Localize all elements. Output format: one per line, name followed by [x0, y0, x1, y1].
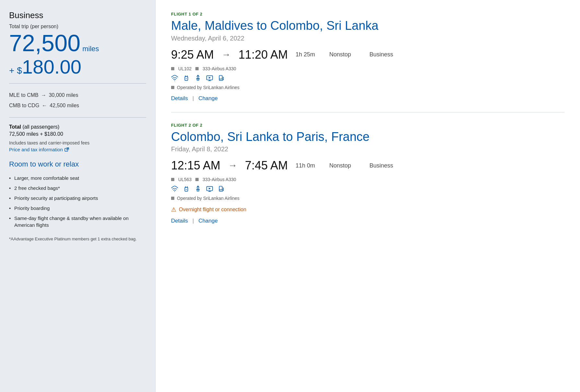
- arrow-left-2: ←: [42, 100, 47, 111]
- per-person-label: Total trip (per person): [9, 24, 146, 29]
- flight-1-amenities: [171, 75, 564, 82]
- includes-label: Includes taxes and carrier-imposed fees: [9, 140, 146, 145]
- flight-2-operated: Operated by SriLankan Airlines: [177, 196, 239, 201]
- flight-1-stops: Nonstop: [329, 51, 362, 58]
- power-icon-2: [183, 185, 190, 192]
- cash-amount: + $180.00: [9, 57, 81, 77]
- footnote: *AAdvantage Executive Platinum members g…: [9, 236, 146, 242]
- flight-2-label: FLIGHT 2 OF 2: [171, 123, 564, 128]
- benefit-3: Priority security at participating airpo…: [9, 193, 146, 203]
- screen-icon: [206, 75, 213, 82]
- flight-1-arrow: →: [222, 50, 231, 60]
- right-panel: FLIGHT 1 OF 2 Male, Maldives to Colombo,…: [156, 0, 580, 392]
- flight-1-info-row: UL102 333-Airbus A330: [171, 66, 564, 71]
- flight-2-details-link[interactable]: Details: [171, 218, 188, 224]
- svg-rect-32: [219, 186, 222, 190]
- flight-1-actions: Details | Change: [171, 95, 564, 102]
- room-title: Room to work or relax: [9, 160, 146, 168]
- total-bold: Total: [9, 124, 21, 130]
- flight-2-sep: |: [192, 218, 194, 224]
- flight-2-operated-row: Operated by SriLankan Airlines: [171, 196, 564, 201]
- benefit-5: Same-day flight change & standby when av…: [9, 213, 146, 230]
- flight-2-info-row: UL563 333-Airbus A330: [171, 177, 564, 182]
- wifi-icon: [171, 75, 178, 82]
- route-2-label: CMB to CDG: [9, 100, 39, 111]
- usb-icon-2: [194, 185, 202, 192]
- miles-amount: 72,500: [9, 31, 80, 55]
- svg-marker-31: [209, 188, 211, 190]
- miles-row: 72,500 miles: [9, 31, 146, 55]
- flight-1-label: FLIGHT 1 OF 2: [171, 12, 564, 17]
- flight-1-aircraft: 333-Airbus A330: [203, 66, 236, 71]
- divider-1: [9, 83, 146, 84]
- flight-2-depart: 12:15 AM: [171, 159, 220, 172]
- cash-value: 180.00: [22, 56, 82, 78]
- total-suffix: (all passengers): [22, 124, 59, 130]
- flight-1-sep: |: [192, 95, 194, 102]
- seat-icon: [218, 75, 225, 82]
- flight-1-details-link[interactable]: Details: [171, 95, 188, 102]
- benefit-4: Priority boarding: [9, 203, 146, 213]
- wifi-icon-2: [171, 185, 178, 192]
- svg-marker-14: [209, 77, 211, 79]
- flight-2-cabin: Business: [369, 162, 393, 169]
- overnight-warning: ⚠ Overnight flight or connection: [171, 206, 564, 213]
- left-panel: Business Total trip (per person) 72,500 …: [0, 0, 156, 392]
- warning-icon: ⚠: [171, 206, 176, 213]
- flight-1-dot2: [195, 67, 199, 70]
- seat-icon-2: [218, 185, 225, 192]
- svg-rect-15: [219, 75, 222, 79]
- flight-1-dot: [171, 67, 174, 70]
- flight-2-route: Colombo, Sri Lanka to Paris, France: [171, 130, 564, 144]
- total-value: 72,500 miles + $180.00: [9, 131, 146, 137]
- miles-label: miles: [82, 45, 99, 53]
- benefits-list: Larger, more comfortable seat 2 free che…: [9, 173, 146, 230]
- cash-prefix: + $: [9, 65, 22, 75]
- usb-icon: [194, 75, 202, 82]
- arrow-right-1: →: [41, 90, 46, 100]
- flight-section-1: FLIGHT 1 OF 2 Male, Maldives to Colombo,…: [171, 12, 564, 112]
- flight-2-code: UL563: [178, 177, 191, 182]
- route-1-miles: 30,000 miles: [49, 90, 78, 100]
- flight-1-arrive: 11:20 AM: [238, 48, 288, 62]
- flight-section-2: FLIGHT 2 OF 2 Colombo, Sri Lanka to Pari…: [171, 112, 564, 235]
- divider-2: [9, 117, 146, 118]
- price-tax-link[interactable]: Price and tax information: [9, 147, 69, 152]
- flight-2-arrive: 7:45 AM: [245, 159, 288, 172]
- price-tax-link-text: Price and tax information: [9, 147, 63, 152]
- route-1-label: MLE to CMB: [9, 90, 39, 100]
- route-miles: MLE to CMB → 30,000 miles CMB to CDG ← 4…: [9, 90, 146, 111]
- flight-2-duration: 11h 0m: [296, 162, 321, 169]
- flight-1-change-link[interactable]: Change: [198, 95, 218, 102]
- screen-icon-2: [206, 185, 213, 192]
- cabin-class-label: Business: [9, 10, 146, 20]
- flight-2-change-link[interactable]: Change: [198, 218, 218, 224]
- flight-1-operated: Operated by SriLankan Airlines: [177, 85, 239, 90]
- flight-2-times-row: 12:15 AM → 7:45 AM 11h 0m Nonstop Busine…: [171, 159, 564, 172]
- svg-point-18: [174, 191, 175, 192]
- operated-dot-1: [171, 86, 174, 89]
- flight-2-amenities: [171, 185, 564, 192]
- flight-2-date: Friday, April 8, 2022: [171, 145, 564, 153]
- flight-1-depart: 9:25 AM: [171, 48, 214, 62]
- flight-1-date: Wednesday, April 6, 2022: [171, 35, 564, 42]
- route-row-1: MLE to CMB → 30,000 miles: [9, 90, 146, 100]
- benefit-2: 2 free checked bags*: [9, 183, 146, 193]
- svg-point-1: [174, 80, 175, 81]
- power-icon: [183, 75, 190, 82]
- flight-2-dot: [171, 178, 174, 181]
- overnight-text: Overnight flight or connection: [179, 207, 246, 213]
- flight-2-aircraft: 333-Airbus A330: [203, 177, 236, 182]
- flight-2-actions: Details | Change: [171, 218, 564, 224]
- flight-2-stops: Nonstop: [329, 162, 362, 169]
- flight-1-route: Male, Maldives to Colombo, Sri Lanka: [171, 18, 564, 33]
- route-2-miles: 42,500 miles: [50, 100, 79, 111]
- flight-2-arrow: →: [228, 160, 237, 171]
- flight-2-dot2: [195, 178, 199, 181]
- operated-dot-2: [171, 197, 174, 200]
- total-label: Total (all passengers): [9, 124, 146, 130]
- flight-1-duration: 1h 25m: [296, 51, 321, 58]
- flight-1-operated-row: Operated by SriLankan Airlines: [171, 85, 564, 90]
- benefit-1: Larger, more comfortable seat: [9, 173, 146, 183]
- flight-1-cabin: Business: [369, 51, 393, 58]
